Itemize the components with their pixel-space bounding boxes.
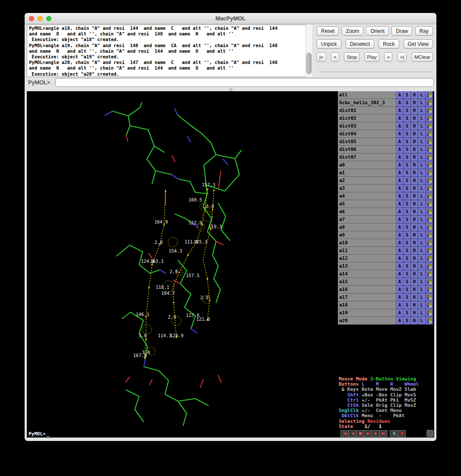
object-color-button[interactable] bbox=[426, 122, 433, 130]
movie-first-button[interactable]: |< bbox=[317, 52, 326, 61]
stereo-button[interactable]: S bbox=[390, 430, 398, 437]
object-name[interactable]: 6cbc_helix_302_3 bbox=[338, 99, 396, 107]
object-a-button[interactable]: A bbox=[396, 239, 404, 247]
object-color-button[interactable] bbox=[426, 153, 433, 161]
object-name[interactable]: a3 bbox=[338, 185, 396, 192]
object-a-button[interactable]: A bbox=[396, 278, 404, 286]
object-name[interactable]: a13 bbox=[338, 262, 396, 270]
object-l-button[interactable]: L bbox=[418, 146, 426, 153]
object-s-button[interactable]: S bbox=[404, 138, 411, 146]
object-l-button[interactable]: L bbox=[418, 115, 426, 122]
object-s-button[interactable]: S bbox=[404, 91, 411, 99]
object-color-button[interactable] bbox=[426, 262, 433, 270]
object-l-button[interactable]: L bbox=[418, 200, 426, 208]
object-s-button[interactable]: S bbox=[404, 247, 411, 255]
object-h-button[interactable]: H bbox=[411, 107, 418, 115]
object-name[interactable]: dist06 bbox=[338, 146, 396, 153]
object-s-button[interactable]: S bbox=[404, 309, 411, 317]
object-l-button[interactable]: L bbox=[418, 216, 426, 224]
vcr-first-button[interactable]: |◀ bbox=[340, 430, 349, 437]
object-color-button[interactable] bbox=[426, 91, 433, 99]
object-name[interactable]: a6 bbox=[338, 208, 396, 216]
console-scrollbar-thumb[interactable] bbox=[306, 53, 312, 73]
object-color-button[interactable] bbox=[426, 146, 433, 153]
object-l-button[interactable]: L bbox=[418, 130, 426, 138]
object-a-button[interactable]: A bbox=[396, 262, 404, 270]
object-l-button[interactable]: L bbox=[418, 309, 426, 317]
object-color-button[interactable] bbox=[426, 286, 433, 294]
object-h-button[interactable]: H bbox=[411, 239, 418, 247]
object-a-button[interactable]: A bbox=[396, 130, 404, 138]
object-l-button[interactable]: L bbox=[418, 247, 426, 255]
object-color-button[interactable] bbox=[426, 239, 433, 247]
object-a-button[interactable]: A bbox=[396, 122, 404, 130]
object-color-button[interactable] bbox=[426, 278, 433, 286]
object-l-button[interactable]: L bbox=[418, 138, 426, 146]
object-color-button[interactable] bbox=[426, 107, 433, 115]
object-h-button[interactable]: H bbox=[411, 146, 418, 153]
object-s-button[interactable]: S bbox=[404, 255, 411, 262]
object-a-button[interactable]: A bbox=[396, 294, 404, 301]
object-a-button[interactable]: A bbox=[396, 138, 404, 146]
object-s-button[interactable]: S bbox=[404, 122, 411, 130]
object-name[interactable]: dist02 bbox=[338, 115, 396, 122]
object-a-button[interactable]: A bbox=[396, 255, 404, 262]
object-h-button[interactable]: H bbox=[411, 208, 418, 216]
object-a-button[interactable]: A bbox=[396, 146, 404, 153]
object-color-button[interactable] bbox=[426, 231, 433, 239]
object-a-button[interactable]: A bbox=[396, 247, 404, 255]
object-h-button[interactable]: H bbox=[411, 153, 418, 161]
object-l-button[interactable]: L bbox=[418, 153, 426, 161]
object-s-button[interactable]: S bbox=[404, 185, 411, 192]
vcr-forward-button[interactable]: ▶ bbox=[372, 430, 380, 437]
reset-button[interactable]: Reset bbox=[317, 26, 339, 35]
object-s-button[interactable]: S bbox=[404, 301, 411, 309]
object-s-button[interactable]: S bbox=[404, 161, 411, 169]
object-h-button[interactable]: H bbox=[411, 278, 418, 286]
object-l-button[interactable]: L bbox=[418, 301, 426, 309]
object-s-button[interactable]: S bbox=[404, 224, 411, 231]
object-name[interactable]: a16 bbox=[338, 286, 396, 294]
object-color-button[interactable] bbox=[426, 309, 433, 317]
movie-next-button[interactable]: > bbox=[384, 52, 392, 61]
object-name[interactable]: a14 bbox=[338, 270, 396, 278]
object-color-button[interactable] bbox=[426, 185, 433, 192]
unpick-button[interactable]: Unpick bbox=[317, 39, 341, 48]
rock-button[interactable]: Rock bbox=[378, 39, 399, 48]
object-h-button[interactable]: H bbox=[411, 138, 418, 146]
object-h-button[interactable]: H bbox=[411, 161, 418, 169]
object-s-button[interactable]: S bbox=[404, 146, 411, 153]
object-h-button[interactable]: H bbox=[411, 200, 418, 208]
object-name[interactable]: dist07 bbox=[338, 153, 396, 161]
ray-button[interactable]: Ray bbox=[415, 26, 433, 35]
object-a-button[interactable]: A bbox=[396, 161, 404, 169]
object-l-button[interactable]: L bbox=[418, 270, 426, 278]
object-name[interactable]: a2 bbox=[338, 177, 396, 185]
vcr-play-button[interactable]: ▶ bbox=[364, 430, 372, 437]
object-h-button[interactable]: H bbox=[411, 255, 418, 262]
object-color-button[interactable] bbox=[426, 216, 433, 224]
object-name[interactable]: dist01 bbox=[338, 107, 396, 115]
object-a-button[interactable]: A bbox=[396, 317, 404, 325]
object-name[interactable]: dist05 bbox=[338, 138, 396, 146]
object-h-button[interactable]: H bbox=[411, 169, 418, 177]
object-name[interactable]: a15 bbox=[338, 278, 396, 286]
object-h-button[interactable]: H bbox=[411, 317, 418, 325]
object-h-button[interactable]: H bbox=[411, 216, 418, 224]
object-color-button[interactable] bbox=[426, 177, 433, 185]
object-name[interactable]: a9 bbox=[338, 231, 396, 239]
object-color-button[interactable] bbox=[426, 224, 433, 231]
object-color-button[interactable] bbox=[426, 200, 433, 208]
object-a-button[interactable]: A bbox=[396, 216, 404, 224]
object-l-button[interactable]: L bbox=[418, 161, 426, 169]
object-a-button[interactable]: A bbox=[396, 192, 404, 200]
object-color-button[interactable] bbox=[426, 247, 433, 255]
object-name[interactable]: a12 bbox=[338, 255, 396, 262]
object-name[interactable]: dist03 bbox=[338, 122, 396, 130]
movie-last-button[interactable]: >| bbox=[397, 52, 407, 61]
object-s-button[interactable]: S bbox=[404, 115, 411, 122]
object-l-button[interactable]: L bbox=[418, 177, 426, 185]
object-l-button[interactable]: L bbox=[418, 208, 426, 216]
object-a-button[interactable]: A bbox=[396, 286, 404, 294]
vcr-stop-button[interactable]: ■ bbox=[356, 430, 364, 437]
